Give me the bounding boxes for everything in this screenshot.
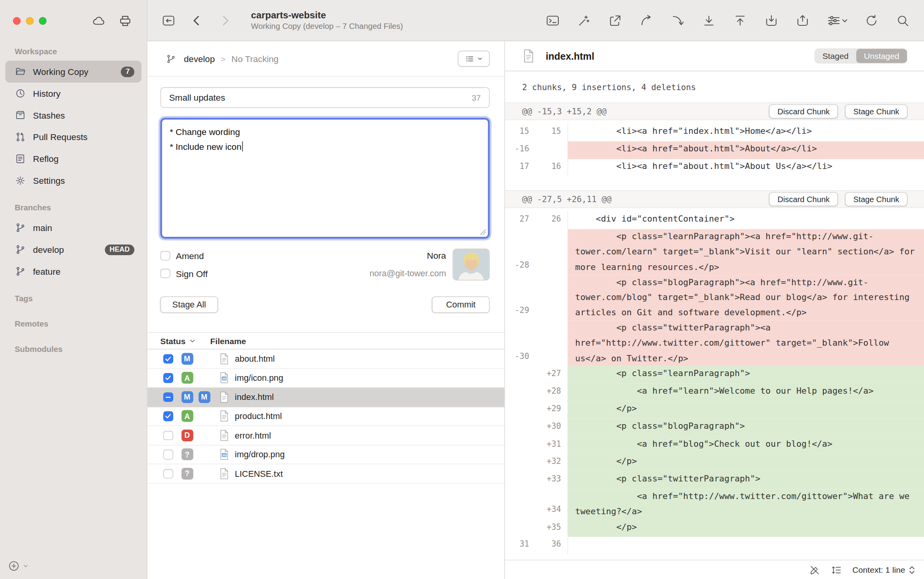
- diff-line: +33 <p class="twitterParagraph">: [505, 471, 924, 489]
- stage-all-button[interactable]: Stage All: [160, 297, 218, 313]
- file-row-license-txt[interactable]: ?LICENSE.txt: [147, 464, 505, 483]
- sidebar-item-develop[interactable]: developHEAD: [5, 239, 142, 261]
- title-block: carparts-website Working Copy (develop –…: [251, 10, 403, 31]
- old-line-number: -30: [505, 321, 537, 366]
- commit-message-body-input[interactable]: * Change wording * Include new icon: [160, 118, 490, 239]
- status-badge: ?: [181, 468, 193, 480]
- rebase-icon[interactable]: [671, 13, 685, 27]
- file-row-product-html[interactable]: Aproduct.html: [147, 407, 505, 426]
- diff-line: +31 <a href="blog">Check out our blog!</…: [505, 436, 924, 454]
- sort-chevron-down-icon: [189, 337, 195, 344]
- sidebar-item-label: develop: [33, 245, 64, 255]
- sidebar-item-stashes[interactable]: Stashes: [5, 104, 142, 126]
- refresh-icon[interactable]: [864, 13, 878, 27]
- context-stepper[interactable]: Context: 1 line: [853, 565, 916, 575]
- amend-option[interactable]: Amend: [160, 247, 208, 265]
- sidebar-item-main[interactable]: main: [5, 217, 142, 239]
- old-line-number: -28: [505, 229, 537, 275]
- discard-chunk-button[interactable]: Discard Chunk: [769, 192, 838, 206]
- file-name: img/icon.png: [235, 373, 283, 382]
- diff-scroll-area[interactable]: 2 chunks, 9 insertions, 4 deletions @@ -…: [505, 71, 924, 560]
- chunk-range-label: @@ -15,3 +15,2 @@: [522, 107, 606, 116]
- add-repository-button[interactable]: [8, 559, 29, 572]
- discard-chunk-button[interactable]: Discard Chunk: [769, 104, 838, 118]
- merge-icon[interactable]: [640, 13, 654, 27]
- file-checkbox[interactable]: [163, 392, 173, 402]
- file-row-img-icon-png[interactable]: Aimg/icon.png: [147, 369, 505, 388]
- diff-file-name: index.html: [546, 50, 594, 62]
- file-row-error-html[interactable]: Derror.html: [147, 426, 505, 445]
- resize-grip-icon[interactable]: [480, 229, 486, 235]
- sidebar-item-settings[interactable]: Settings: [5, 170, 142, 192]
- file-checkbox[interactable]: [163, 354, 173, 364]
- devices-icon[interactable]: [118, 13, 133, 28]
- window-title: carparts-website: [251, 10, 403, 21]
- stash-icon[interactable]: [764, 13, 778, 27]
- workflow-icon[interactable]: [827, 13, 848, 27]
- sidebar-top-icons: [80, 13, 133, 28]
- segment-staged[interactable]: Staged: [815, 49, 856, 63]
- chunk-header: @@ -15,3 +15,2 @@Discard ChunkStage Chun…: [505, 103, 924, 120]
- sidebar-item-label: Working Copy: [33, 67, 89, 77]
- diff-line-code: <a href="blog">Check out our blog!</a>: [567, 436, 924, 454]
- box-icon: [15, 110, 26, 121]
- diff-line: 2726 <div id="contentContainer">: [505, 212, 924, 229]
- file-checkbox[interactable]: [163, 373, 173, 383]
- close-window-button[interactable]: [13, 17, 21, 25]
- sidebar-item-pull-requests[interactable]: Pull Requests: [5, 126, 142, 148]
- sidebar-item-working-copy[interactable]: Working Copy7: [5, 61, 142, 83]
- view-options-button[interactable]: [458, 51, 490, 67]
- sidebar-section-header-remotes: Remotes: [5, 317, 142, 333]
- zoom-window-button[interactable]: [39, 17, 47, 25]
- minimize-window-button[interactable]: [26, 17, 34, 25]
- old-line-number: [505, 519, 537, 537]
- terminal-icon[interactable]: [546, 13, 560, 27]
- file-checkbox[interactable]: [163, 411, 173, 421]
- push-icon[interactable]: [733, 13, 747, 27]
- filename-column-header[interactable]: Filename: [210, 336, 246, 346]
- apply-stash-icon[interactable]: [796, 13, 810, 27]
- segment-unstaged[interactable]: Unstaged: [856, 49, 907, 63]
- pull-icon[interactable]: [702, 13, 716, 27]
- file-row-img-drop-png[interactable]: ?img/drop.png: [147, 445, 505, 464]
- forward-icon[interactable]: [218, 13, 232, 27]
- amend-checkbox[interactable]: [160, 251, 170, 261]
- status-badge: ?: [181, 449, 193, 460]
- diff-line: +32 </p>: [505, 454, 924, 471]
- file-row-about-html[interactable]: Mabout.html: [147, 350, 505, 369]
- checkout-icon[interactable]: [608, 13, 622, 27]
- search-icon[interactable]: [896, 13, 910, 27]
- status-badge: A: [181, 372, 193, 384]
- sign-off-option[interactable]: Sign Off: [160, 265, 208, 282]
- sidebar-item-reflog[interactable]: Reflog: [5, 148, 142, 170]
- cloud-icon[interactable]: [91, 13, 106, 28]
- sign-off-checkbox[interactable]: [160, 268, 170, 278]
- back-icon[interactable]: [190, 13, 204, 27]
- diff-header: index.html StagedUnstaged: [505, 41, 924, 71]
- old-line-number: [505, 384, 537, 401]
- quick-actions-icon[interactable]: [577, 13, 591, 27]
- pull-request-icon: [15, 131, 26, 143]
- status-column-header[interactable]: Status: [160, 336, 195, 346]
- no-edit-icon[interactable]: [809, 564, 820, 575]
- nav-buttons: [162, 13, 232, 27]
- file-checkbox[interactable]: [163, 430, 173, 440]
- stage-chunk-button[interactable]: Stage Chunk: [845, 104, 908, 118]
- line-spacing-icon[interactable]: [831, 564, 842, 575]
- sidebar-item-history[interactable]: History: [5, 82, 142, 104]
- sidebar-item-feature[interactable]: feature: [5, 261, 142, 282]
- stage-chunk-button[interactable]: Stage Chunk: [845, 192, 908, 206]
- author-avatar[interactable]: [453, 249, 490, 281]
- file-checkbox[interactable]: [163, 449, 173, 459]
- document-icon: [523, 49, 535, 63]
- diff-line: 1515 <li><a href="index.html">Home</a></…: [505, 124, 924, 141]
- status-badges: M: [181, 353, 210, 364]
- commit-button[interactable]: Commit: [432, 297, 490, 313]
- file-row-index-html[interactable]: MMindex.html: [147, 388, 505, 407]
- file-name: LICENSE.txt: [235, 469, 283, 478]
- commit-subject-input[interactable]: Small updates 37: [160, 87, 490, 108]
- toggle-repositories-icon[interactable]: [162, 13, 176, 27]
- new-line-number: 15: [537, 124, 567, 141]
- gear-icon: [15, 175, 26, 186]
- file-checkbox[interactable]: [163, 469, 173, 478]
